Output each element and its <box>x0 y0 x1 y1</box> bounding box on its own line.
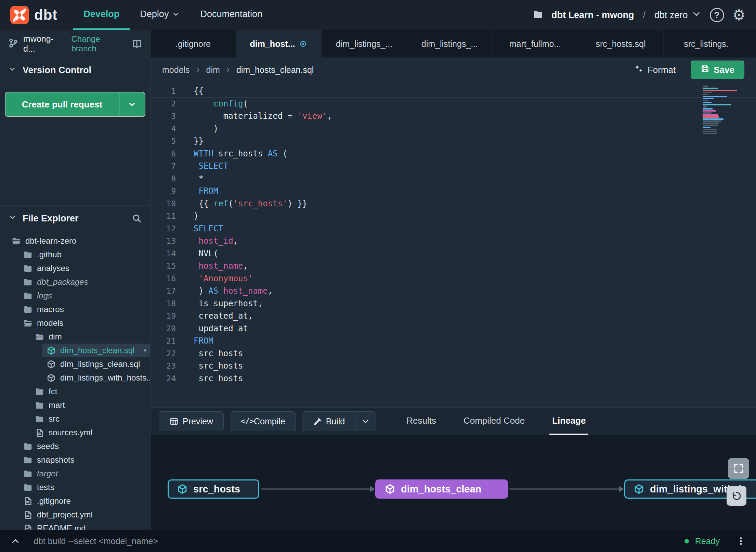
code-text: NVL( <box>176 249 218 258</box>
tree-item--gitignore[interactable]: .gitignore <box>0 494 150 508</box>
tree-item-readme-md[interactable]: README.md <box>0 522 150 530</box>
create-pr-options-button[interactable] <box>119 92 145 116</box>
code-line-10[interactable]: 10 {{ ref('src_hosts') }} <box>151 197 756 210</box>
nav-deploy[interactable]: Deploy <box>130 0 190 30</box>
command-bar-expand-button[interactable] <box>10 536 21 546</box>
lineage-fullscreen-button[interactable] <box>728 458 749 479</box>
code-line-24[interactable]: 24 src_hosts <box>151 372 756 385</box>
editor-tab--gitignore[interactable]: .gitignore <box>151 30 236 57</box>
command-input[interactable]: dbt build --select <model_name> <box>34 536 158 546</box>
tree-item-tests[interactable]: tests <box>0 480 150 494</box>
folder-icon <box>23 483 32 492</box>
help-button[interactable]: ? <box>710 8 724 22</box>
lineage-reset-button[interactable] <box>727 486 746 506</box>
code-line-23[interactable]: 23 src_hosts <box>151 360 756 372</box>
panel-tab-results[interactable]: Results <box>404 408 439 435</box>
kebab-menu-button[interactable] <box>736 536 746 546</box>
lineage-node-src-hosts[interactable]: src_hosts <box>168 479 259 499</box>
save-button[interactable]: Save <box>691 61 744 79</box>
code-line-4[interactable]: 4 ) <box>151 123 756 135</box>
tree-item-sources-yml[interactable]: sources.yml <box>0 426 150 439</box>
editor-tab-dim-host-[interactable]: dim_host... <box>236 30 322 57</box>
tree-item-fct[interactable]: fct <box>0 385 150 398</box>
editor-tab-src-listings-[interactable]: src_listings. <box>664 30 749 57</box>
tree-item-analyses[interactable]: analyses <box>0 261 150 275</box>
panel-tab-lineage[interactable]: Lineage <box>549 408 588 435</box>
file-explorer-header[interactable]: File Explorer <box>0 205 150 231</box>
code-line-17[interactable]: 17 ) AS host_name, <box>151 285 756 297</box>
project-name[interactable]: dbt Learn - mwong <box>551 10 634 21</box>
docs-book-button[interactable] <box>132 39 142 49</box>
code-line-14[interactable]: 14 NVL( <box>151 247 756 260</box>
tree-item-seeds[interactable]: seeds <box>0 439 150 453</box>
compile-button[interactable]: </>Compile <box>230 411 296 431</box>
create-pr-button[interactable]: Create pull request <box>5 92 119 116</box>
tree-item-src[interactable]: src <box>0 412 150 426</box>
editor-tab-mart-fullmo-[interactable]: mart_fullmo... <box>493 30 578 57</box>
tree-item-models[interactable]: models <box>0 316 150 330</box>
tree-item-dim-hosts-clean-sql[interactable]: dim_hosts_clean.sql• <box>42 344 151 357</box>
code-line-22[interactable]: 22 src_hosts <box>151 347 756 360</box>
code-text: FROM <box>176 336 213 346</box>
tree-item-dim[interactable]: dim <box>0 330 150 344</box>
code-line-7[interactable]: 7 SELECT <box>151 160 756 172</box>
code-line-5[interactable]: 5}} <box>151 135 756 147</box>
format-button[interactable]: Format <box>634 64 676 76</box>
line-number: 19 <box>151 311 176 320</box>
panel-tab-compiled-code[interactable]: Compiled Code <box>461 408 527 435</box>
tree-item-dim-listings-clean-sql[interactable]: dim_listings_clean.sql <box>0 357 150 371</box>
button-label: Preview <box>183 416 213 426</box>
branch-name[interactable]: mwong-d... <box>23 34 65 54</box>
nav-documentation[interactable]: Documentation <box>190 0 273 30</box>
code-line-20[interactable]: 20 updated_at <box>151 322 756 335</box>
file-search-button[interactable] <box>132 213 142 223</box>
minimap-bar <box>703 129 717 130</box>
editor-minimap[interactable] <box>703 86 747 134</box>
tree-item-macros[interactable]: macros <box>0 303 150 316</box>
environment-switcher[interactable]: dbt zero <box>654 9 702 22</box>
change-branch-link[interactable]: Change branch <box>71 34 127 53</box>
code-line-21[interactable]: 21FROM <box>151 335 756 347</box>
code-lines: 1{{2 config(3 materialized = 'view',4 )5… <box>151 85 756 385</box>
save-icon <box>701 64 709 73</box>
tree-item-dbt-packages[interactable]: dbt_packages <box>0 275 150 289</box>
tree-item-snapshots[interactable]: snapshots <box>0 453 150 467</box>
build-button[interactable]: Build <box>302 411 356 431</box>
code-line-19[interactable]: 19 created_at, <box>151 310 756 322</box>
code-line-16[interactable]: 16 'Anonymous' <box>151 272 756 285</box>
tree-item-dbt-project-yml[interactable]: dbt_project.yml <box>0 508 150 522</box>
code-line-9[interactable]: 9 FROM <box>151 185 756 197</box>
tree-item-dim-listings-with-hosts-[interactable]: dim_listings_with_hosts... <box>0 371 150 385</box>
code-line-12[interactable]: 12SELECT <box>151 222 756 235</box>
nav-develop[interactable]: Develop <box>73 0 130 30</box>
code-line-6[interactable]: 6WITH src_hosts AS ( <box>151 147 756 160</box>
code-icon: </> <box>240 417 250 426</box>
code-line-1[interactable]: 1{{ <box>151 85 756 98</box>
build-options-button[interactable] <box>355 411 376 431</box>
tree-item-mart[interactable]: mart <box>0 398 150 412</box>
code-text: }} <box>176 136 204 146</box>
editor-tab-dim-listings-[interactable]: dim_listings_... <box>322 30 407 57</box>
code-line-13[interactable]: 13 host_id, <box>151 235 756 247</box>
version-control-header[interactable]: Version Control <box>0 57 150 84</box>
tree-item-logs[interactable]: logs <box>0 289 150 303</box>
code-line-8[interactable]: 8 * <box>151 172 756 185</box>
editor-tab-src-hosts-sql[interactable]: src_hosts.sql <box>578 30 664 57</box>
tree-item-target[interactable]: target <box>0 467 150 480</box>
dbt-logo[interactable]: dbt <box>10 0 57 30</box>
code-line-2[interactable]: 2 config( <box>151 98 756 110</box>
editor-tab-dim-listings-[interactable]: dim_listings_... <box>407 30 493 57</box>
settings-gear-icon[interactable]: ⚙ <box>732 8 746 23</box>
book-icon <box>132 39 142 49</box>
code-line-18[interactable]: 18 is_superhost, <box>151 297 756 310</box>
code-line-11[interactable]: 11) <box>151 210 756 222</box>
code-line-15[interactable]: 15 host_name, <box>151 260 756 272</box>
code-editor[interactable]: 1{{2 config(3 materialized = 'view',4 )5… <box>151 82 756 407</box>
tree-item-label: README.md <box>37 524 86 530</box>
code-line-3[interactable]: 3 materialized = 'view', <box>151 110 756 123</box>
tree-item--github[interactable]: .github <box>0 248 150 261</box>
compile-button-group: </>Compile <box>230 411 296 431</box>
lineage-node-dim-hosts-clean[interactable]: dim_hosts_clean <box>375 479 508 499</box>
preview-button[interactable]: Preview <box>159 411 224 431</box>
tree-item-dbt-learn-zero[interactable]: dbt-learn-zero <box>0 234 150 248</box>
